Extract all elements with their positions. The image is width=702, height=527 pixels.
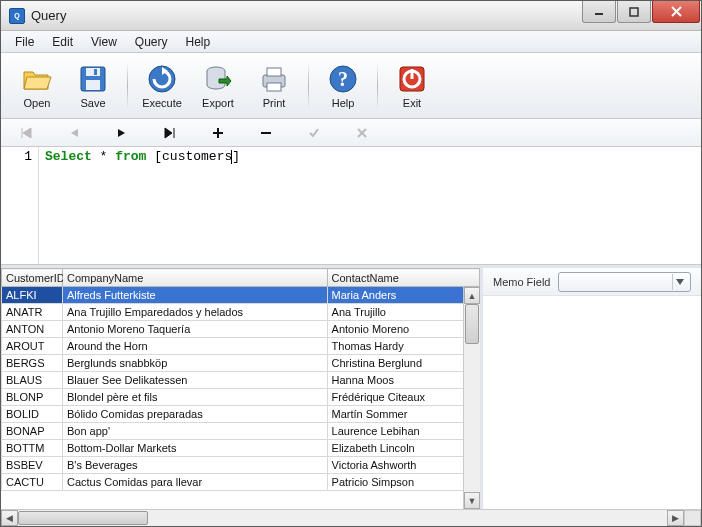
memo-content[interactable]: [483, 296, 701, 509]
cell[interactable]: Blondel père et fils: [62, 389, 327, 406]
cell[interactable]: BLAUS: [2, 372, 63, 389]
cell[interactable]: Ana Trujillo: [327, 304, 479, 321]
cell[interactable]: ANATR: [2, 304, 63, 321]
svg-rect-5: [86, 68, 100, 76]
help-button[interactable]: ? Help: [315, 56, 371, 116]
cell[interactable]: B's Beverages: [62, 457, 327, 474]
scroll-down-button[interactable]: ▼: [464, 492, 480, 509]
cell[interactable]: Elizabeth Lincoln: [327, 440, 479, 457]
open-button[interactable]: Open: [9, 56, 65, 116]
toolbar-separator: [308, 62, 309, 110]
nav-commit-button[interactable]: [305, 124, 323, 142]
cell[interactable]: Ana Trujillo Emparedados y helados: [62, 304, 327, 321]
cell[interactable]: BOLID: [2, 406, 63, 423]
nav-next-button[interactable]: [161, 124, 179, 142]
cell[interactable]: Martín Sommer: [327, 406, 479, 423]
nav-play-button[interactable]: [113, 124, 131, 142]
cell[interactable]: Patricio Simpson: [327, 474, 479, 491]
scroll-thumb[interactable]: [465, 304, 479, 344]
table-row[interactable]: ANATRAna Trujillo Emparedados y heladosA…: [2, 304, 480, 321]
table-row[interactable]: BLAUSBlauer See DelikatessenHanna Moos: [2, 372, 480, 389]
help-icon: ?: [327, 63, 359, 95]
table-row[interactable]: ALFKIAlfreds FutterkisteMaria Anders: [2, 287, 480, 304]
memo-field-combo[interactable]: [558, 272, 691, 292]
table-row[interactable]: CACTUCactus Comidas para llevarPatricio …: [2, 474, 480, 491]
export-button[interactable]: Export: [190, 56, 246, 116]
h-scroll-thumb[interactable]: [18, 511, 148, 525]
h-scroll-track[interactable]: [18, 510, 667, 526]
cell[interactable]: ALFKI: [2, 287, 63, 304]
menu-file[interactable]: File: [7, 33, 42, 51]
print-button[interactable]: Print: [246, 56, 302, 116]
nav-prev-button[interactable]: [65, 124, 83, 142]
cell[interactable]: Alfreds Futterkiste: [62, 287, 327, 304]
scrollbar-corner: [684, 510, 701, 526]
close-button[interactable]: [652, 1, 700, 23]
nav-cancel-button[interactable]: [353, 124, 371, 142]
scroll-right-button[interactable]: ▶: [667, 510, 684, 526]
cell[interactable]: Bottom-Dollar Markets: [62, 440, 327, 457]
cell[interactable]: Cactus Comidas para llevar: [62, 474, 327, 491]
cell[interactable]: BERGS: [2, 355, 63, 372]
svg-rect-7: [94, 69, 97, 75]
menu-bar: File Edit View Query Help: [1, 31, 701, 53]
cell[interactable]: BSBEV: [2, 457, 63, 474]
cell[interactable]: Blauer See Delikatessen: [62, 372, 327, 389]
cell[interactable]: Maria Anders: [327, 287, 479, 304]
chevron-down-icon: [672, 274, 686, 290]
cell[interactable]: ANTON: [2, 321, 63, 338]
cell[interactable]: Bólido Comidas preparadas: [62, 406, 327, 423]
table-row[interactable]: BONAPBon app'Laurence Lebihan: [2, 423, 480, 440]
cell[interactable]: Thomas Hardy: [327, 338, 479, 355]
refresh-icon: [146, 63, 178, 95]
table-row[interactable]: ANTONAntonio Moreno TaqueríaAntonio More…: [2, 321, 480, 338]
exit-button[interactable]: Exit: [384, 56, 440, 116]
table-row[interactable]: AROUTAround the HornThomas Hardy: [2, 338, 480, 355]
cell[interactable]: Victoria Ashworth: [327, 457, 479, 474]
table-row[interactable]: BLONPBlondel père et filsFrédérique Cite…: [2, 389, 480, 406]
col-customer-id[interactable]: CustomerID: [2, 269, 63, 287]
cell[interactable]: Antonio Moreno: [327, 321, 479, 338]
sql-editor[interactable]: 1 Select * from [customers]: [1, 147, 701, 265]
cell[interactable]: Christina Berglund: [327, 355, 479, 372]
menu-edit[interactable]: Edit: [44, 33, 81, 51]
menu-query[interactable]: Query: [127, 33, 176, 51]
col-company-name[interactable]: CompanyName: [62, 269, 327, 287]
cell[interactable]: Frédérique Citeaux: [327, 389, 479, 406]
col-contact-name[interactable]: ContactName: [327, 269, 479, 287]
results-grid[interactable]: CustomerID CompanyName ContactName ALFKI…: [1, 268, 480, 491]
nav-remove-button[interactable]: [257, 124, 275, 142]
cell[interactable]: AROUT: [2, 338, 63, 355]
nav-first-button[interactable]: [17, 124, 35, 142]
execute-button[interactable]: Execute: [134, 56, 190, 116]
cell[interactable]: BONAP: [2, 423, 63, 440]
cell[interactable]: Hanna Moos: [327, 372, 479, 389]
scroll-up-button[interactable]: ▲: [464, 287, 480, 304]
sql-code[interactable]: Select * from [customers]: [39, 147, 701, 264]
nav-toolbar: [1, 119, 701, 147]
cell[interactable]: Bon app': [62, 423, 327, 440]
table-row[interactable]: BOTTMBottom-Dollar MarketsElizabeth Linc…: [2, 440, 480, 457]
minimize-button[interactable]: [582, 1, 616, 23]
vertical-scrollbar[interactable]: ▲ ▼: [463, 287, 480, 509]
scroll-left-button[interactable]: ◀: [1, 510, 18, 526]
table-row[interactable]: BERGSBerglunds snabbköpChristina Berglun…: [2, 355, 480, 372]
svg-line-3: [672, 7, 681, 16]
menu-view[interactable]: View: [83, 33, 125, 51]
scroll-track[interactable]: [464, 304, 480, 492]
save-button[interactable]: Save: [65, 56, 121, 116]
table-row[interactable]: BSBEVB's BeveragesVictoria Ashworth: [2, 457, 480, 474]
cell[interactable]: CACTU: [2, 474, 63, 491]
cell[interactable]: BLONP: [2, 389, 63, 406]
cell[interactable]: Laurence Lebihan: [327, 423, 479, 440]
menu-help[interactable]: Help: [178, 33, 219, 51]
nav-add-button[interactable]: [209, 124, 227, 142]
memo-panel: Memo Field: [483, 268, 701, 509]
cell[interactable]: BOTTM: [2, 440, 63, 457]
cell[interactable]: Around the Horn: [62, 338, 327, 355]
horizontal-scrollbar[interactable]: ◀ ▶: [1, 509, 701, 526]
maximize-button[interactable]: [617, 1, 651, 23]
cell[interactable]: Antonio Moreno Taquería: [62, 321, 327, 338]
table-row[interactable]: BOLIDBólido Comidas preparadasMartín Som…: [2, 406, 480, 423]
cell[interactable]: Berglunds snabbköp: [62, 355, 327, 372]
